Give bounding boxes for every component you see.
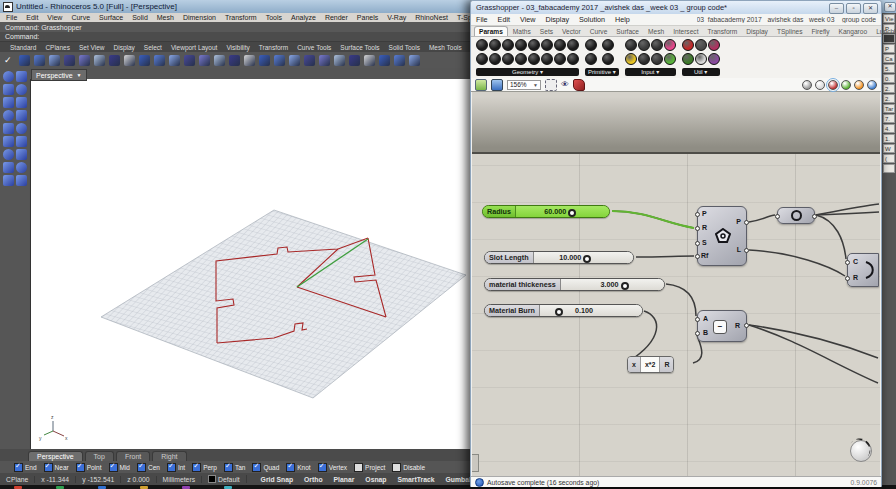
rhino-toolbar-icon[interactable] bbox=[259, 55, 270, 66]
properties-row[interactable]: 4. bbox=[883, 124, 895, 133]
properties-row[interactable]: P bbox=[883, 44, 895, 53]
output-nub[interactable] bbox=[744, 220, 749, 225]
rhino-toolbar-tab[interactable]: Transform bbox=[257, 44, 290, 51]
slider-material-thickness[interactable]: material thickeness 3.000 bbox=[484, 278, 665, 291]
osnap-checkbox[interactable] bbox=[224, 463, 233, 472]
rhino-sidebar-icon[interactable] bbox=[3, 110, 14, 121]
osnap-toggle[interactable]: Disable bbox=[392, 463, 425, 472]
component-icon[interactable] bbox=[528, 39, 540, 51]
slider-track[interactable]: 10.000 bbox=[534, 252, 633, 263]
rhino-sidebar-icon[interactable] bbox=[3, 71, 14, 82]
component-icon[interactable] bbox=[476, 53, 488, 65]
input-nub[interactable] bbox=[775, 214, 780, 219]
rhino-toolbar-icon[interactable] bbox=[19, 55, 30, 66]
grasshopper-menu-item[interactable]: Help bbox=[615, 15, 630, 24]
osnap-toggle[interactable]: Near bbox=[44, 463, 69, 472]
output-nub[interactable] bbox=[812, 214, 817, 219]
rhino-toolbar-tab[interactable]: Select bbox=[142, 44, 164, 51]
rhino-menu-item[interactable]: Analyze bbox=[291, 14, 316, 21]
slider-track[interactable]: 3.000 bbox=[561, 279, 664, 290]
rhino-menu-item[interactable]: V-Ray bbox=[387, 14, 406, 21]
component-tab[interactable]: Sets bbox=[536, 27, 557, 36]
rhino-toolbar-icon[interactable] bbox=[94, 55, 105, 66]
preview-quality-icon[interactable] bbox=[867, 80, 877, 90]
save-file-icon[interactable] bbox=[491, 79, 503, 91]
rhino-sidebar-icon[interactable] bbox=[3, 136, 14, 147]
osnap-checkbox[interactable] bbox=[167, 463, 176, 472]
component-icon[interactable] bbox=[541, 39, 553, 51]
rhino-toolbar-icon[interactable] bbox=[169, 55, 180, 66]
preview-quality-icon[interactable] bbox=[854, 80, 864, 90]
rhino-menu-item[interactable]: View bbox=[47, 14, 62, 21]
osnap-toggle[interactable]: Mid bbox=[109, 463, 130, 472]
rhino-menu-item[interactable]: Render bbox=[325, 14, 348, 21]
rhino-sidebar-icon[interactable] bbox=[16, 175, 27, 186]
status-toggle[interactable]: Planar bbox=[334, 476, 355, 483]
grasshopper-menu-item[interactable]: View bbox=[520, 15, 535, 24]
rhino-menu-item[interactable]: Transform bbox=[225, 14, 257, 21]
grasshopper-menu-item[interactable]: File bbox=[476, 15, 488, 24]
layer-button[interactable]: Default bbox=[202, 475, 247, 483]
subtraction-component[interactable]: A B − R bbox=[697, 310, 747, 342]
preview-quality-icon[interactable] bbox=[828, 80, 838, 90]
component-icon[interactable] bbox=[625, 53, 637, 65]
osnap-toggle[interactable]: Perp bbox=[192, 463, 217, 472]
properties-row[interactable]: Vie bbox=[883, 14, 895, 23]
rhino-sidebar-icon[interactable] bbox=[3, 123, 14, 134]
rhino-toolbar-icon[interactable] bbox=[244, 55, 255, 66]
component-icon[interactable] bbox=[585, 39, 597, 51]
input-nub[interactable] bbox=[695, 317, 700, 322]
component-tab[interactable]: Maths bbox=[509, 27, 535, 36]
input-nub[interactable] bbox=[695, 226, 700, 231]
component-icon[interactable] bbox=[638, 53, 650, 65]
rhino-sidebar-icon[interactable] bbox=[3, 84, 14, 95]
rhino-sidebar-icon[interactable] bbox=[16, 84, 27, 95]
preview-quality-icon[interactable] bbox=[815, 80, 825, 90]
rhino-toolbar-icon[interactable] bbox=[394, 55, 405, 66]
component-tab[interactable]: Curve bbox=[586, 27, 612, 36]
component-icon[interactable] bbox=[682, 39, 694, 51]
ribbon-group-label[interactable]: Primitive ▾ bbox=[585, 68, 619, 76]
component-icon[interactable] bbox=[602, 53, 614, 65]
divide-component[interactable]: C R bbox=[847, 253, 879, 287]
component-tab[interactable]: TSplines bbox=[773, 27, 807, 36]
osnap-toggle[interactable]: Int bbox=[167, 463, 185, 472]
properties-row[interactable]: 2. bbox=[883, 94, 895, 103]
rhino-toolbar-tab[interactable]: Curve Tools bbox=[295, 44, 333, 51]
rhino-menu-item[interactable]: RhinoNest bbox=[415, 14, 448, 21]
component-icon[interactable] bbox=[554, 39, 566, 51]
slider-track[interactable]: 60.000 bbox=[516, 206, 609, 217]
component-icon[interactable] bbox=[695, 53, 707, 65]
osnap-toggle[interactable]: Tan bbox=[224, 463, 245, 472]
rhino-toolbar-icon[interactable] bbox=[139, 55, 150, 66]
rhino-menu-item[interactable]: Surface bbox=[99, 14, 123, 21]
status-toggle[interactable]: Osnap bbox=[365, 476, 386, 483]
rhino-sidebar-icon[interactable] bbox=[3, 162, 14, 173]
rhino-menu-item[interactable]: File bbox=[6, 14, 17, 21]
status-toggle[interactable]: Grid Snap bbox=[261, 476, 293, 483]
input-nub[interactable] bbox=[695, 254, 700, 259]
properties-row[interactable]: Ca bbox=[883, 54, 895, 63]
rhino-menu-item[interactable]: Edit bbox=[26, 14, 38, 21]
component-icon[interactable] bbox=[476, 39, 488, 51]
rhino-toolbar-tab[interactable]: Solid Tools bbox=[387, 44, 422, 51]
status-toggle[interactable]: Gumball bbox=[446, 476, 473, 483]
grasshopper-canvas[interactable]: Radius 60.000 Slot Length 10.000 materia… bbox=[472, 92, 880, 476]
properties-row[interactable]: W bbox=[883, 144, 895, 153]
component-tab[interactable]: Vector bbox=[558, 27, 585, 36]
component-icon[interactable] bbox=[515, 53, 527, 65]
rhino-toolbar-icon[interactable] bbox=[289, 55, 300, 66]
rhino-sidebar-icon[interactable] bbox=[3, 149, 14, 160]
component-icon[interactable] bbox=[554, 53, 566, 65]
rhino-menu-item[interactable]: Mesh bbox=[157, 14, 174, 21]
grasshopper-menu-item[interactable]: Display bbox=[545, 15, 569, 24]
component-icon[interactable] bbox=[708, 39, 720, 51]
minimize-button[interactable]: – bbox=[829, 3, 844, 14]
rhino-toolbar-icon[interactable] bbox=[109, 55, 120, 66]
polygon-component[interactable]: P R S Rf P L bbox=[697, 206, 747, 266]
component-icon[interactable] bbox=[541, 53, 553, 65]
rhino-toolbar-tab[interactable]: Display bbox=[112, 44, 137, 51]
slider-grip[interactable] bbox=[621, 282, 629, 290]
component-icon[interactable] bbox=[682, 53, 694, 65]
grasshopper-menu-item[interactable]: Edit bbox=[498, 15, 510, 24]
